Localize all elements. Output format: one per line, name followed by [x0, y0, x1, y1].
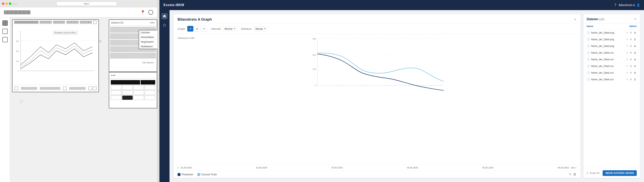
graph-pagination: ‹ 01.05.2020 02.05.2020 03.05.2020 04.05…: [174, 164, 580, 171]
graph-chart-svg: 300 200 100 0: [178, 37, 576, 93]
file-action-download-7[interactable]: ⬇: [630, 71, 632, 75]
sketch-sidebar-home-icon[interactable]: [2, 21, 8, 26]
file-action-open-4[interactable]: ↗: [626, 51, 628, 55]
sketch-toolbar-item4[interactable]: [80, 21, 92, 24]
sidebar-doc-btn[interactable]: [162, 22, 168, 28]
file-action-delete-8[interactable]: 🗑: [634, 78, 637, 81]
sketch-cal-cell[interactable]: [134, 95, 144, 100]
file-row-5: 📄 Name_der_Datei.csv ↗ ⬇ 🗑: [584, 56, 640, 63]
intervall-label: Intervall:: [211, 27, 221, 30]
file-action-download-3[interactable]: ⬇: [630, 44, 632, 48]
graph-type-line-btn[interactable]: [187, 26, 193, 32]
sketch-toolbar-icon[interactable]: [93, 21, 96, 24]
panel-divider[interactable]: «»: [158, 0, 160, 182]
file-action-open-5[interactable]: ↗: [626, 58, 628, 61]
sketch-files-header: Dateien (10) •••: [109, 20, 157, 26]
file-action-delete-3[interactable]: 🗑: [634, 44, 637, 48]
legend-edit-icon[interactable]: ✎: [569, 172, 572, 176]
graph-panel-edit-icon[interactable]: ✎: [574, 18, 576, 21]
file-action-delete-6[interactable]: 🗑: [634, 64, 637, 68]
browser-dot-minimize[interactable]: [6, 3, 8, 5]
file-action-open-2[interactable]: ↗: [626, 38, 628, 41]
sketch-cal-cell[interactable]: [144, 95, 155, 100]
sketch-collapse-btn[interactable]: +: [20, 100, 23, 103]
sketch-context-item-move[interactable]: Verschieben: [139, 35, 157, 40]
file-action-delete-4[interactable]: 🗑: [634, 51, 637, 55]
sketch-bottom-edit-icon[interactable]: [88, 87, 92, 90]
legend-delete-icon[interactable]: 🗑: [573, 172, 576, 176]
file-icon-4: 📄: [587, 51, 590, 54]
sketch-cal-cell[interactable]: [144, 90, 155, 95]
sketch-sidebar-doc-icon[interactable]: [2, 29, 8, 34]
file-action-download-8[interactable]: ⬇: [630, 78, 632, 81]
mehr-dateien-btn[interactable]: MEHR DATEIEN SEHEN: [603, 170, 637, 176]
sketch-bottom-icon2[interactable]: [63, 87, 66, 90]
date-label-4: 04.05.2020: [407, 166, 418, 169]
sketch-cal-cell[interactable]: [111, 90, 122, 95]
sketch-context-item-shrink[interactable]: Verkleinern: [139, 44, 157, 49]
next-date-btn[interactable]: ›: [576, 166, 576, 169]
sketch-cal-cell[interactable]: [134, 90, 144, 95]
line-chart-icon: [189, 27, 192, 30]
graph-type-wave-btn[interactable]: [201, 26, 207, 32]
file-action-delete-7[interactable]: 🗑: [634, 71, 637, 75]
graph-type-bar-btn[interactable]: [194, 26, 200, 32]
file-action-delete-2[interactable]: 🗑: [634, 38, 637, 41]
file-action-download-2[interactable]: ⬇: [630, 38, 632, 41]
sketch-calendar-body: [109, 78, 157, 102]
browser-url-bar[interactable]: http://: [56, 2, 117, 6]
file-action-delete-5[interactable]: 🗑: [634, 58, 637, 61]
file-name-8: Name_der_Datei.csv: [591, 78, 626, 81]
files-panel-edit-icon[interactable]: ✎: [634, 18, 637, 21]
sketch-header-icons: 📍: [140, 10, 153, 15]
file-action-open-1[interactable]: ↗: [626, 31, 628, 35]
sketch-cal-cell[interactable]: [111, 95, 122, 100]
file-action-open-3[interactable]: ↗: [626, 44, 628, 48]
sketch-bottom-icon1[interactable]: [14, 87, 18, 90]
browser-dot-fullscreen[interactable]: [9, 3, 11, 5]
file-action-open-8[interactable]: ↗: [626, 78, 628, 81]
sketch-calendar-three-dots[interactable]: •••: [111, 74, 116, 77]
file-action-download-5[interactable]: ⬇: [630, 58, 632, 61]
file-action-open-6[interactable]: ↗: [626, 64, 628, 68]
legend-prediction: Prediction: [178, 173, 193, 176]
app-sidebar: [160, 10, 170, 182]
graph-legend: Prediction Ground Truth ✎ 🗑: [174, 171, 580, 178]
sketch-bottom-phone-icon[interactable]: [93, 87, 96, 90]
sketch-context-item-delete[interactable]: Löschen: [139, 30, 157, 35]
file-action-delete-1[interactable]: 🗑: [634, 31, 637, 35]
sketch-toolbar-item3[interactable]: [66, 21, 78, 24]
file-row-1: 📄 Name_der_Datei.png ↗ ⬇ 🗑: [584, 30, 640, 36]
file-icon-3: 📄: [587, 45, 590, 48]
sketch-cal-cell-selected[interactable]: [122, 95, 133, 100]
graph-type-buttons: [187, 26, 207, 32]
sketch-cal-cell[interactable]: [122, 85, 133, 90]
sketch-sidebar-copy-icon[interactable]: [2, 37, 8, 42]
browser-forward-btn[interactable]: ›: [16, 2, 16, 5]
sketch-files-three-dots[interactable]: •••: [150, 21, 155, 25]
zeitraum-select[interactable]: Monat: [254, 27, 267, 31]
browser-back-btn[interactable]: ‹: [13, 2, 14, 5]
sketch-files-footer[interactable]: Alle Dateien ›: [109, 60, 157, 65]
sketch-logo: [4, 10, 30, 14]
file-action-open-7[interactable]: ↗: [626, 71, 628, 75]
sketch-bottom-text1: [21, 87, 37, 90]
sketch-cal-cell[interactable]: [134, 85, 144, 90]
sketch-cal-cell[interactable]: [122, 90, 133, 95]
ground-truth-label: Ground Truth: [202, 173, 217, 176]
date-label-3: 03.05.2020: [332, 166, 342, 169]
file-action-download-4[interactable]: ⬇: [630, 51, 632, 55]
intervall-select[interactable]: Woche: [222, 27, 237, 31]
browser-dot-close[interactable]: [2, 3, 4, 5]
sketch-toolbar-item2[interactable]: [53, 21, 65, 24]
sketch-toolbar-item1[interactable]: [40, 21, 52, 24]
sidebar-home-btn[interactable]: [162, 13, 168, 19]
file-action-download-6[interactable]: ⬇: [630, 64, 632, 68]
sketch-context-item-enlarge[interactable]: Vergrössern: [139, 40, 157, 44]
bar-chart-icon: [196, 27, 198, 30]
prediction-label: Prediction: [182, 173, 193, 176]
sketch-cal-cell[interactable]: [144, 85, 155, 90]
sketch-cal-cell[interactable]: [111, 85, 122, 90]
file-action-download-1[interactable]: ⬇: [630, 31, 632, 35]
file-icon-5: 📄: [587, 58, 590, 61]
